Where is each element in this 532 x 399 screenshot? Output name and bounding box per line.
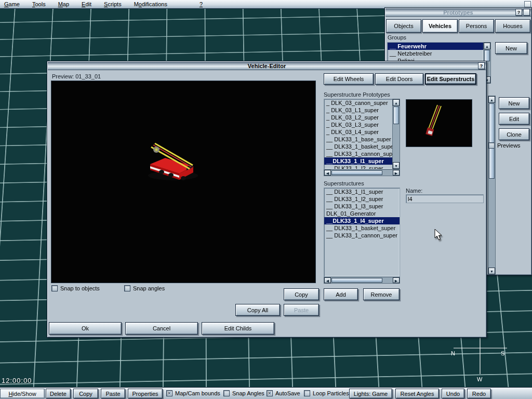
menu-item[interactable]: Game: [4, 1, 20, 7]
prototype-list-item[interactable]: __ DLK33_1_cannon_super: [324, 150, 393, 157]
compass-w: W: [477, 376, 483, 382]
prototype-list-item[interactable]: _ DLK_03_canon_super: [324, 99, 393, 107]
menu-item[interactable]: Tools: [32, 1, 46, 7]
lights-game-button[interactable]: Lights: Game: [349, 389, 392, 398]
ok-button[interactable]: Ok: [49, 322, 122, 335]
proto-list-hscrollbar[interactable]: ◀ ▶: [324, 169, 400, 176]
ladder-thumbnail: [406, 100, 473, 148]
prototype-edit-button[interactable]: Edit: [499, 113, 529, 125]
vehicle-editor-dialog: Vehicle-Editor ? Preview: 01_33_01: [47, 61, 487, 338]
cancel-button[interactable]: Cancel: [125, 322, 198, 335]
proto-list-vscrollbar[interactable]: ▲ ▼: [392, 99, 400, 169]
edit-childs-button[interactable]: Edit Childs: [202, 322, 274, 335]
fire-truck-preview: [141, 139, 211, 186]
snap-angles-checkbox[interactable]: [124, 285, 130, 291]
name-input[interactable]: [406, 194, 484, 203]
snap-to-objects-checkbox[interactable]: [51, 285, 58, 291]
paste-button[interactable]: Paste: [101, 389, 125, 398]
redo-button[interactable]: Redo: [467, 389, 491, 398]
loop-particles-label: Loop Particles: [313, 390, 349, 396]
reset-angles-button[interactable]: Reset Angles: [395, 389, 439, 398]
dialog-help-button[interactable]: ?: [478, 62, 485, 69]
superstructure-prototypes-list[interactable]: _ DLK_03_canon_super_ DLK_03_L1_super_ D…: [324, 99, 393, 169]
superstructure-list-item[interactable]: __ DLK33_1_l2_super: [324, 195, 400, 203]
copy-all-button[interactable]: Copy All: [235, 304, 280, 316]
panel-help-button[interactable]: ?: [515, 9, 522, 16]
menu-item[interactable]: ?: [200, 1, 203, 7]
superstructure-list-item[interactable]: __ DLK33_1_l3_super: [324, 203, 400, 210]
group-list-item[interactable]: __ Feuerwehr: [388, 43, 483, 50]
prototype-list-item[interactable]: _ DLK_03_L3_super: [324, 121, 393, 128]
menu-item[interactable]: Edit: [82, 1, 91, 7]
scrollbar-thumb[interactable]: [331, 170, 382, 175]
hide-show-button[interactable]: Hide/Show: [0, 389, 45, 398]
vehicle-preview-canvas[interactable]: [51, 81, 316, 283]
properties-button[interactable]: Properties: [128, 389, 163, 398]
scroll-left-icon[interactable]: ◀: [324, 277, 331, 283]
map-cam-bounds-checkbox[interactable]: [166, 390, 172, 396]
scroll-up-icon[interactable]: ▲: [393, 99, 400, 106]
copy-button[interactable]: Copy: [73, 389, 98, 398]
prototype-list-item[interactable]: __ DLK33_1_base_super: [324, 136, 393, 143]
add-superstructure-button[interactable]: Add: [324, 288, 358, 300]
scroll-right-icon[interactable]: ▶: [393, 170, 400, 176]
prototype-list-item[interactable]: __ DLK33_1_basket_super: [324, 143, 393, 150]
mouse-cursor: [434, 229, 445, 242]
compass-s: S: [501, 350, 504, 356]
superstructure-list-item[interactable]: __ DLK33_1_cannon_super: [324, 232, 400, 239]
scroll-right-icon[interactable]: ▶: [393, 277, 400, 283]
scrollbar-thumb[interactable]: [393, 107, 399, 124]
superstructure-list-item[interactable]: DLK_01_Generator: [324, 210, 400, 217]
scroll-left-icon[interactable]: ◀: [324, 170, 331, 176]
edit-wheels-button[interactable]: Edit Wheels: [324, 73, 374, 85]
remove-superstructure-button[interactable]: Remove: [363, 288, 400, 300]
prototype-list-item[interactable]: __DLK33_1_l1_super: [324, 157, 393, 165]
snap-angles-toolbar-checkbox[interactable]: [223, 390, 230, 396]
snap-angles-label: Snap angles: [133, 285, 165, 291]
menu-item[interactable]: Modifications: [134, 1, 167, 7]
paste-button[interactable]: Paste: [284, 304, 319, 316]
scroll-up-icon[interactable]: ▲: [484, 43, 490, 49]
autosave-label: AutoSave: [275, 390, 300, 396]
scrollbar-thumb[interactable]: [484, 50, 490, 61]
copy-superstructure-button[interactable]: Copy: [284, 288, 319, 300]
prototype-tab[interactable]: Objects: [386, 19, 421, 33]
superstructure-list-item[interactable]: __ DLK33_1_l1_super: [324, 188, 400, 195]
bottom-toolbar: Hide/Show Delete Copy Paste Properties M…: [0, 387, 532, 399]
undo-button[interactable]: Undo: [442, 389, 464, 398]
panel-close-button[interactable]: [523, 9, 530, 16]
group-list-item[interactable]: __ Netzbetreiber: [388, 50, 483, 57]
loop-particles-checkbox[interactable]: [304, 390, 310, 396]
prototype-list-scrollbar[interactable]: ▲ ▼: [488, 96, 496, 275]
edit-doors-button[interactable]: Edit Doors: [375, 73, 423, 85]
delete-button[interactable]: Delete: [46, 389, 71, 398]
group-new-button[interactable]: New: [495, 42, 527, 54]
menu-item[interactable]: Scripts: [104, 1, 122, 7]
snap-angles-toolbar-label: Snap Angles: [232, 390, 264, 396]
prototype-list-item[interactable]: _ DLK_03_L4_super: [324, 128, 393, 136]
menubar-button[interactable]: [524, 1, 531, 7]
prototype-list-item[interactable]: __ DLK33_1_l2_super: [324, 165, 393, 169]
prototype-list-item[interactable]: _ DLK_03_L2_super: [324, 114, 393, 121]
previews-checkbox[interactable]: [488, 142, 495, 149]
scroll-up-icon[interactable]: ▲: [488, 96, 495, 103]
menu-item[interactable]: Map: [58, 1, 69, 7]
scroll-down-icon[interactable]: ▼: [488, 268, 495, 274]
prototype-tab[interactable]: Persons: [459, 19, 494, 33]
scroll-down-icon[interactable]: ▼: [393, 162, 400, 169]
prototype-list-item[interactable]: _ DLK_03_L1_super: [324, 107, 393, 114]
panel-titlebar[interactable]: Prototypes: [385, 8, 531, 17]
superstructure-list-item[interactable]: __DLK33_1_l4_super: [324, 217, 400, 224]
prototype-tab[interactable]: Houses: [495, 19, 530, 33]
prototype-clone-button[interactable]: Clone: [499, 128, 529, 140]
superstructure-list-item[interactable]: __ DLK33_1_basket_super: [324, 224, 400, 232]
edit-superstructs-button[interactable]: Edit Superstructs: [425, 73, 476, 85]
superstructures-list[interactable]: __ DLK33_1_l1_super__ DLK33_1_l2_super__…: [324, 188, 400, 277]
prototype-new-button[interactable]: New: [499, 97, 529, 109]
scrollbar-thumb[interactable]: [331, 278, 382, 283]
prototype-tab[interactable]: Vehicles: [422, 19, 458, 33]
super-list-hscrollbar[interactable]: ◀ ▶: [324, 277, 400, 284]
autosave-checkbox[interactable]: [267, 390, 273, 396]
scrollbar-thumb[interactable]: [489, 103, 495, 179]
dialog-titlebar[interactable]: Vehicle-Editor: [48, 62, 486, 70]
